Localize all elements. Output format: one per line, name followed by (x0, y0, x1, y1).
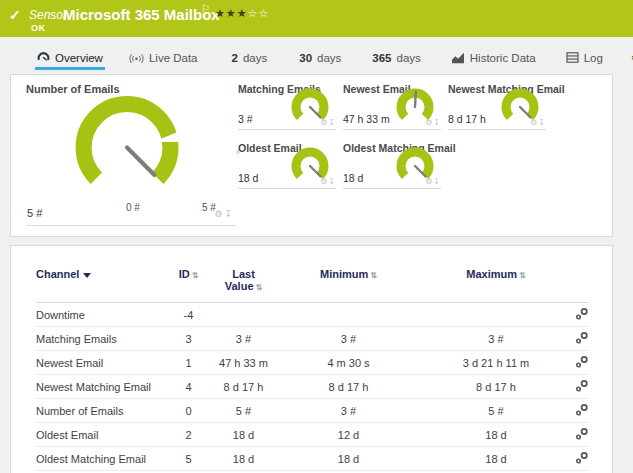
sort-icon: ⇅ (370, 271, 377, 280)
tab-2-days[interactable]: 2 days (230, 47, 270, 70)
channel-name: Downtime (36, 303, 161, 327)
channel-last-value (216, 303, 271, 327)
channel-maximum (426, 303, 566, 327)
pin-icon[interactable]: ↧ (538, 118, 546, 127)
channel-settings-icon[interactable] (575, 451, 589, 467)
gauge-number-of-emails: Number of Emails x 0 # 5 # 5 # ⚙↧ (26, 83, 236, 226)
pin-icon[interactable]: ↧ (433, 118, 441, 127)
tab-settings[interactable]: ⚙ Settings (629, 46, 633, 71)
gear-icon[interactable]: ⚙ (214, 209, 224, 219)
channel-maximum: 18 d (426, 423, 566, 447)
channel-settings-icon[interactable] (575, 427, 589, 443)
channel-maximum: 3 # (426, 327, 566, 351)
signal-icon (129, 52, 144, 64)
tab-overview[interactable]: Overview (35, 46, 105, 70)
gauge-newest-matching-email: Newest Matching Email 8 d 17 h ⚙↧ (448, 83, 546, 130)
channel-id: 4 (161, 375, 216, 399)
channel-settings-icon[interactable] (575, 307, 589, 323)
priority-stars[interactable]: ★★★☆☆ (215, 7, 269, 20)
table-row-downtime[interactable]: Downtime -4 (36, 303, 589, 327)
sort-icon: ⇅ (519, 271, 526, 280)
tab-live-data-label: Live Data (149, 52, 198, 64)
gauge-value: 18 d (238, 172, 258, 184)
stars-filled[interactable]: ★★★ (215, 7, 248, 19)
gauge-action-icons[interactable]: ⚙↧ (530, 118, 546, 127)
tab-30-days-unit: days (317, 52, 341, 64)
channel-minimum: 3 # (271, 327, 426, 351)
tab-historic-data[interactable]: Historic Data (449, 47, 538, 70)
object-kind-label: Sensor (29, 8, 67, 22)
channel-minimum: 3 # (271, 399, 426, 423)
channel-settings-icon[interactable] (575, 331, 589, 347)
column-header-maximum[interactable]: Maximum⇅ (426, 264, 566, 303)
sort-icon: ⇅ (192, 271, 199, 280)
tab-live-data[interactable]: Live Data (127, 47, 200, 70)
table-row-newest-email[interactable]: Newest Email 1 47 h 33 m 4 m 30 s 3 d 21… (36, 351, 589, 375)
table-row-number-of-emails[interactable]: Number of Emails 0 5 # 3 # 5 # (36, 399, 589, 423)
sensor-tab-bar: Overview Live Data 2 days 30 days 365 da… (0, 44, 633, 72)
pin-icon[interactable]: ↧ (433, 177, 441, 186)
priority-flag-icon[interactable]: ⚐ (201, 3, 210, 14)
gauge-action-icons[interactable]: ⚙↧ (320, 118, 336, 127)
channel-minimum: 12 d (271, 423, 426, 447)
channel-name: Oldest Matching Email (36, 447, 161, 471)
channel-last-value: 18 d (216, 423, 271, 447)
channel-settings-icon[interactable] (575, 403, 589, 419)
table-row-oldest-matching-email[interactable]: Oldest Matching Email 5 18 d 18 d 18 d (36, 447, 589, 471)
column-header-minimum[interactable]: Minimum⇅ (271, 264, 426, 303)
channel-maximum: 3 d 21 h 11 m (426, 351, 566, 375)
channel-last-value: 3 # (216, 327, 271, 351)
table-row-oldest-email[interactable]: Oldest Email 2 18 d 12 d 18 d (36, 423, 589, 447)
gauge-action-icons[interactable]: ⚙↧ (320, 177, 336, 186)
gauge-value: 8 d 17 h (448, 113, 486, 125)
channel-settings-icon[interactable] (575, 355, 589, 371)
column-header-channel[interactable]: Channel (36, 264, 161, 303)
gauge-matching-emails: Matching Emails 3 # ⚙↧ (238, 83, 336, 130)
channel-name: Number of Emails (36, 399, 161, 423)
log-icon (566, 52, 579, 63)
channel-name: Newest Matching Email (36, 375, 161, 399)
column-header-last-value[interactable]: LastValue⇅ (216, 264, 271, 303)
pin-icon[interactable]: ↧ (224, 209, 234, 219)
gauge-newest-email: Newest Email 47 h 33 m ⚙↧ (343, 83, 441, 130)
sensor-title: Microsoft 365 Mailbox (63, 6, 220, 23)
channel-minimum: 4 m 30 s (271, 351, 426, 375)
gauge-icon (37, 51, 50, 64)
tab-30-days[interactable]: 30 days (297, 47, 343, 70)
tab-365-days-number: 365 (372, 52, 391, 64)
channel-minimum (271, 303, 426, 327)
tab-30-days-number: 30 (299, 52, 312, 64)
tab-log[interactable]: Log (564, 47, 605, 70)
channel-minimum: 18 d (271, 447, 426, 471)
sensor-status-bar: ✓ Sensor OK Microsoft 365 Mailbox ⚐ ★★★☆… (0, 0, 633, 37)
sort-desc-icon (83, 273, 91, 278)
channel-last-value: 18 d (216, 447, 271, 471)
gauges-panel: Number of Emails x 0 # 5 # 5 # ⚙↧ Matchi… (10, 74, 613, 237)
tab-2-days-unit: days (243, 52, 267, 64)
table-row-newest-matching-email[interactable]: Newest Matching Email 4 8 d 17 h 8 d 17 … (36, 375, 589, 399)
gauge-action-icons[interactable]: ⚙↧ (214, 209, 234, 219)
tab-overview-label: Overview (55, 52, 103, 64)
gauge-value: 18 d (343, 172, 363, 184)
channel-maximum: 5 # (426, 399, 566, 423)
table-row-matching-emails[interactable]: Matching Emails 3 3 # 3 # 3 # (36, 327, 589, 351)
gauge-oldest-matching-email: Oldest Matching Email 18 d ⚙↧ (343, 142, 441, 189)
gauge-action-icons[interactable]: ⚙↧ (425, 177, 441, 186)
channel-name: Matching Emails (36, 327, 161, 351)
tab-log-label: Log (584, 52, 603, 64)
channel-last-value: 5 # (216, 399, 271, 423)
channel-last-value: 8 d 17 h (216, 375, 271, 399)
gauge-action-icons[interactable]: ⚙↧ (425, 118, 441, 127)
pin-icon[interactable]: ↧ (328, 118, 336, 127)
sensor-status-text: OK (31, 23, 46, 33)
channel-maximum: 18 d (426, 447, 566, 471)
stars-empty[interactable]: ☆☆ (248, 7, 270, 19)
column-header-id[interactable]: ID⇅ (161, 264, 216, 303)
pin-icon[interactable]: ↧ (328, 177, 336, 186)
gauge-value: 3 # (238, 113, 253, 125)
tab-365-days[interactable]: 365 days (370, 47, 422, 70)
small-gauges-grid: Matching Emails 3 # ⚙↧ Newest Email 47 h… (238, 83, 546, 189)
channel-id: 2 (161, 423, 216, 447)
main-gauge-dial (60, 89, 195, 207)
channel-settings-icon[interactable] (575, 379, 589, 395)
